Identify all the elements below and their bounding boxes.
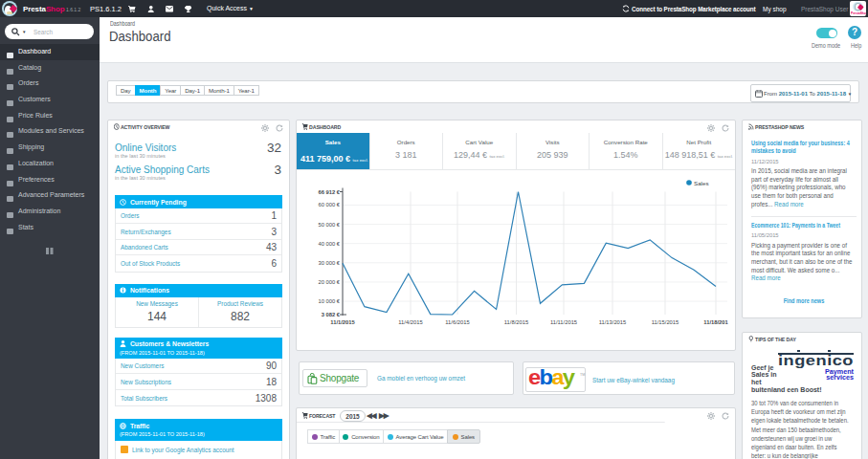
svg-text:11/11/2015: 11/11/2015 — [550, 319, 577, 325]
svg-text:50 000 €: 50 000 € — [318, 222, 340, 228]
svg-text:Sales: Sales — [694, 180, 708, 186]
svg-text:20 000 €: 20 000 € — [318, 279, 340, 285]
svg-text:10 000 €: 10 000 € — [318, 298, 340, 304]
svg-text:11/15/2015: 11/15/2015 — [652, 319, 679, 325]
svg-text:11/13/2015: 11/13/2015 — [599, 319, 627, 325]
svg-text:3 082 €: 3 082 € — [322, 312, 341, 317]
svg-text:11/18/201: 11/18/201 — [703, 319, 728, 325]
svg-text:60 000 €: 60 000 € — [318, 202, 340, 208]
svg-text:11/4/2015: 11/4/2015 — [398, 319, 422, 325]
svg-text:11/6/2015: 11/6/2015 — [445, 319, 469, 325]
svg-text:11/8/2015: 11/8/2015 — [504, 319, 528, 325]
svg-text:40 000 €: 40 000 € — [318, 241, 340, 247]
svg-text:11/1/2015: 11/1/2015 — [330, 319, 355, 325]
svg-text:66 912 €: 66 912 € — [318, 189, 340, 195]
svg-text:30 000 €: 30 000 € — [318, 260, 340, 266]
